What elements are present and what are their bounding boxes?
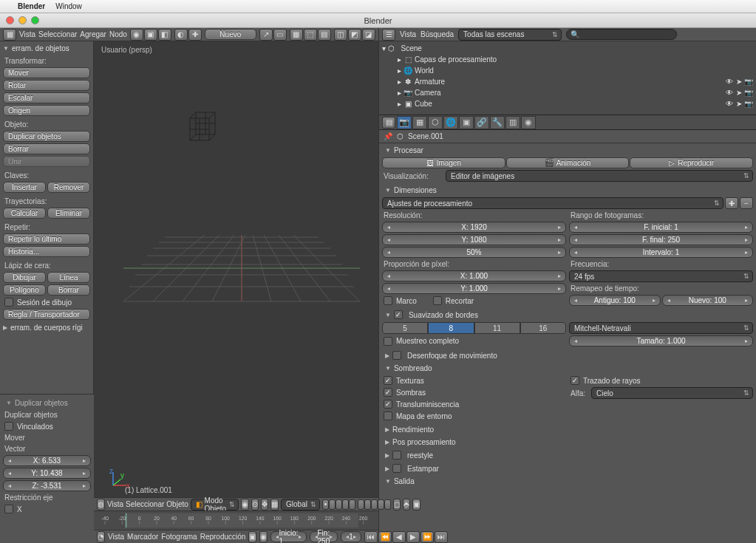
estampar-checkbox[interactable]	[392, 464, 401, 473]
visualizacion-dropdown[interactable]: Editor de imágenes	[446, 170, 753, 182]
mode-icon-1[interactable]: ◉	[130, 29, 143, 41]
hdr-reestyle[interactable]: reestyle	[382, 449, 753, 461]
aspect-y-field[interactable]: ◂Y: 1.000▸	[382, 283, 566, 294]
vector-z-field[interactable]: ◂Z: -3.531▸	[3, 480, 91, 491]
tool-icon-g[interactable]: ◩	[348, 29, 361, 41]
lock-icon[interactable]: ◻	[393, 499, 401, 510]
tl-play-icon[interactable]: ▶	[406, 531, 420, 543]
tl-menu-vista[interactable]: Vista	[108, 533, 124, 541]
hdr-aa[interactable]: Suavizado de bordes	[382, 309, 753, 321]
aa-filter-dropdown[interactable]: Mitchell-Netravali	[569, 322, 753, 334]
outliner-root[interactable]: Scene	[401, 44, 422, 52]
tool-icon-h[interactable]: ◪	[362, 29, 375, 41]
tool-icon-e[interactable]: ▤	[318, 29, 331, 41]
editor-type-icon[interactable]: ▦	[3, 29, 16, 41]
3d-viewport[interactable]: Usuario (persp)	[94, 28, 378, 543]
reestyle-checkbox[interactable]	[392, 451, 401, 460]
tool-icon-b[interactable]: ▭	[273, 29, 287, 41]
scene-icon[interactable]: ◐	[174, 29, 188, 41]
aa-11[interactable]: 11	[474, 322, 520, 334]
menu-seleccionar[interactable]: Seleccionar	[38, 30, 77, 38]
tab-modifiers[interactable]: 🔧	[490, 116, 505, 129]
tool-icon-f[interactable]: ◫	[334, 29, 347, 41]
unir-button[interactable]: Unir	[3, 156, 90, 167]
tl-menu-marcador[interactable]: Marcador	[127, 533, 158, 541]
res-y-field[interactable]: ◂Y: 1080▸	[382, 234, 566, 245]
remap-antiguo-field[interactable]: ◂Antiguo: 100▸	[569, 295, 661, 306]
tl-sync-icon[interactable]: ▣	[248, 531, 256, 543]
texturas-checkbox[interactable]	[384, 376, 392, 385]
aa-5[interactable]: 5	[382, 322, 428, 334]
borrar-gp-button[interactable]: Borrar	[47, 284, 90, 296]
tab-layers[interactable]: ▦	[412, 116, 427, 129]
outliner-tree[interactable]: ▾ ⬡ Scene ▸⬚Capas de procesamiento▸🌐Worl…	[379, 41, 756, 115]
tl-keying-icon[interactable]: ◉	[259, 531, 268, 543]
preset-dropdown[interactable]: Ajustes de procesamiento	[382, 197, 723, 209]
nuevo-button[interactable]: Nuevo	[205, 29, 256, 40]
tl-jump-start-icon[interactable]: ⏮	[364, 531, 378, 543]
shading-icon[interactable]: ◉	[241, 499, 249, 510]
remap-nuevo-field[interactable]: ◂Nuevo: 100▸	[662, 295, 754, 306]
outliner-row[interactable]: ▸🌐World	[382, 65, 753, 76]
props-editor-type-icon[interactable]: ▤	[382, 117, 395, 129]
mover-button[interactable]: Mover	[3, 67, 90, 78]
mac-menu-window[interactable]: Window	[55, 2, 82, 10]
mb-checkbox[interactable]	[392, 351, 401, 360]
ol-menu-busqueda[interactable]: Búsqueda	[420, 30, 454, 38]
vp-menu-seleccionar[interactable]: Seleccionar	[126, 500, 164, 508]
outliner-editor-type-icon[interactable]: ☰	[382, 29, 395, 41]
vinculados-checkbox[interactable]	[4, 422, 13, 431]
historia-button[interactable]: Historia...	[3, 246, 90, 257]
tab-physics[interactable]: ◉	[521, 116, 536, 129]
tl-menu-fotograma[interactable]: Fotograma	[161, 533, 197, 541]
translum-checkbox[interactable]	[384, 400, 392, 409]
poligono-button[interactable]: Polígono	[3, 284, 46, 296]
aa-16[interactable]: 16	[520, 322, 566, 334]
render-preview-icon[interactable]: ▣	[412, 499, 420, 510]
aa-8[interactable]: 8	[428, 322, 474, 334]
regla-button[interactable]: Regla / Transportador	[3, 309, 90, 320]
pivot-icon[interactable]: ⊙	[251, 499, 259, 510]
dibujar-button[interactable]: Dibujar	[3, 272, 46, 283]
new-scene-icon[interactable]: ✚	[188, 29, 202, 41]
tab-object[interactable]: ▣	[459, 116, 474, 129]
finicial-field[interactable]: ◂F. inicial: 1▸	[569, 222, 753, 233]
origen-button[interactable]: Origen	[3, 105, 90, 116]
res-pct-field[interactable]: ◂50%▸	[382, 247, 566, 258]
outliner-row[interactable]: ▸📷Camera👁➤📷	[382, 87, 753, 98]
ffinal-field[interactable]: ◂F. final: 250▸	[569, 234, 753, 245]
tl-prev-key-icon[interactable]: ⏪	[378, 531, 392, 543]
manipulator-icon[interactable]: ✥	[261, 499, 268, 510]
mac-menu-app[interactable]: Blender	[18, 2, 45, 10]
mode-icon-2[interactable]: ▣	[144, 29, 157, 41]
intervalo-field[interactable]: ◂Intervalo: 1▸	[569, 247, 753, 258]
res-x-field[interactable]: ◂X: 1920▸	[382, 222, 566, 233]
outliner-filter-dropdown[interactable]: Todas las escenas	[458, 29, 562, 41]
toolshelf-header-rigid[interactable]: erram. de cuerpos rígi	[0, 322, 93, 333]
outliner-row[interactable]: ▸⬚Capas de procesamiento	[382, 54, 753, 65]
pin-icon[interactable]: 📌	[384, 132, 392, 140]
preset-remove-icon[interactable]: −	[740, 197, 753, 209]
hdr-rendimiento[interactable]: Rendimiento	[382, 424, 753, 435]
mapa-entorno-checkbox[interactable]	[384, 411, 392, 420]
vp-menu-vista[interactable]: Vista	[107, 500, 123, 508]
repetir-ultimo-button[interactable]: Repetir lo último	[3, 233, 90, 245]
tab-constraints[interactable]: 🔗	[474, 116, 489, 129]
toolshelf-header-objects[interactable]: erram. de objetos	[0, 43, 93, 54]
sesion-checkbox[interactable]	[4, 298, 13, 307]
snap-icon[interactable]: ⬘	[403, 499, 410, 510]
mode-dropdown[interactable]: ◧ Modo Objeto	[191, 499, 239, 510]
tool-icon-a[interactable]: ↗	[259, 29, 273, 41]
vector-y-field[interactable]: ◂Y: 10.438▸	[3, 468, 91, 479]
render-animacion-button[interactable]: 🎬Animación	[506, 157, 630, 168]
preset-add-icon[interactable]: ✚	[725, 197, 738, 209]
ol-menu-vista[interactable]: Vista	[400, 30, 416, 38]
sombras-checkbox[interactable]	[384, 388, 392, 397]
aspect-x-field[interactable]: ◂X: 1.000▸	[382, 270, 566, 281]
hdr-estampar[interactable]: Estampar	[382, 462, 753, 474]
tab-render[interactable]: 📷	[397, 116, 412, 129]
rotar-button[interactable]: Rotar	[3, 80, 90, 91]
linea-button[interactable]: Línea	[47, 272, 90, 283]
marco-checkbox[interactable]	[384, 296, 392, 305]
menu-vista[interactable]: Vista	[19, 30, 35, 38]
